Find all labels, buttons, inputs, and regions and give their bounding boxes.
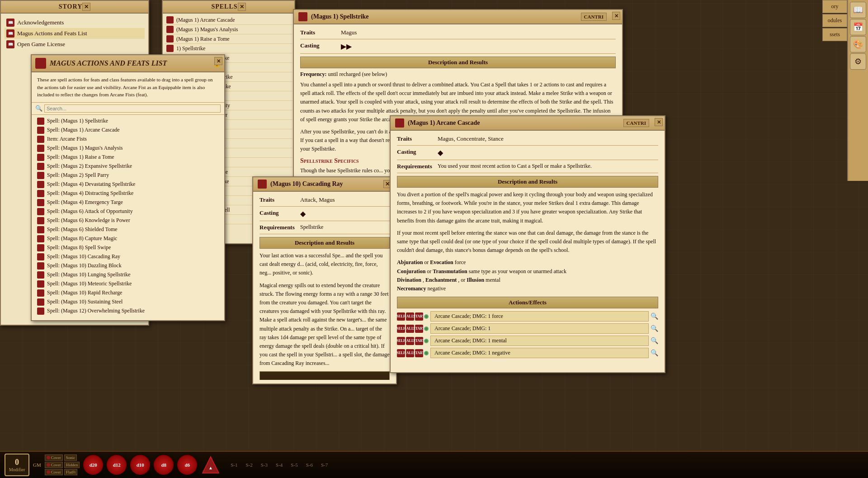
story-item-ogl[interactable]: 📖 Open Game License	[5, 39, 145, 50]
magus-search-input[interactable]	[44, 104, 221, 113]
action-search-4[interactable]: 🔍	[651, 349, 658, 357]
magus-item-dazzling[interactable]: Spell: (Magus 10) Dazzling Block	[35, 261, 221, 270]
magus-item-devastating[interactable]: Spell: (Magus 4) Devastating Spellstrike	[35, 180, 221, 189]
magus-panel: Magus Actions and Feats List 🔒 ✕ These a…	[31, 54, 225, 321]
magus-item-label-22: Spell: (Magus 12) Overwhelming Spellstri…	[47, 308, 145, 314]
magus-item-aoo[interactable]: Spell: (Magus 6) Attack of Opportunity	[35, 207, 221, 216]
magus-item-arcane-fists[interactable]: Item: Arcane Fists	[35, 135, 221, 144]
frequency-value: until recharged (see below)	[328, 71, 387, 77]
magus-item-cascading-ray[interactable]: Spell: (Magus 10) Cascading Ray	[35, 252, 221, 261]
magus-item-spell-swipe[interactable]: Spell: (Magus 8) Spell Swipe	[35, 243, 221, 252]
modifier-label: Modifier	[9, 467, 25, 472]
magus-item-emergency[interactable]: Spell: (Magus 4) Emergency Targe	[35, 198, 221, 207]
d20-button[interactable]: d20	[83, 455, 103, 475]
settings-icon-btn[interactable]: ⚙	[850, 53, 866, 70]
magnifier-icon: 🔍	[35, 105, 42, 112]
magus-item-distracting[interactable]: Spell: (Magus 4) Distracting Spellstrike	[35, 189, 221, 198]
cover-btn-2[interactable]: Cover	[45, 462, 63, 468]
cr-section-header: Description and Results	[259, 237, 390, 249]
self-icon-3: SELF	[397, 337, 405, 345]
story-close-button[interactable]: ✕	[82, 3, 90, 11]
magus-item-spell-parry[interactable]: Spell: (Magus 2) Spell Parry	[35, 171, 221, 180]
action-row-3: SELF ALL START Arcane Cascade; DMG: 1 me…	[397, 336, 658, 346]
nav-tab-assets[interactable]: ssets	[822, 28, 847, 41]
magus-item-label-10: Spell: (Magus 4) Emergency Targe	[47, 199, 123, 206]
d12-button[interactable]: d12	[107, 455, 127, 475]
cascading-ray-requirements-row: Requirements Spellstrike	[259, 224, 390, 234]
svg-marker-0	[203, 457, 219, 473]
spell-item-arcane-cascade[interactable]: (Magus 1) Arcane Cascade	[165, 15, 292, 25]
magus-item-label-12: Spell: (Magus 6) Knowledge is Power	[47, 217, 130, 224]
magus-item-arcane-cascade[interactable]: Spell: (Magus 1) Arcane Cascade	[35, 126, 221, 135]
magus-item-rapid[interactable]: Spell: (Magus 10) Rapid Recharge	[35, 289, 221, 298]
magus-item-spellstrike[interactable]: Spell: (Magus 1) Spellstrike	[35, 117, 221, 126]
cover-btn-1[interactable]: Cover	[45, 454, 63, 461]
cover-dot-3	[47, 470, 50, 474]
cover-btn-3[interactable]: Cover	[45, 469, 63, 475]
story-item-magus[interactable]: 📖 Magus Actions and Feats List	[5, 28, 145, 39]
magus-item-label-4: Spell: (Magus 1) Magus's Analysis	[47, 145, 123, 151]
magus-item-knowledge[interactable]: Spell: (Magus 6) Knowledge is Power	[35, 216, 221, 225]
story-item-acknowledgements[interactable]: 📖 Acknowledgements	[5, 17, 145, 28]
cascading-ray-title: (Magus 10) Cascading Ray	[270, 180, 383, 188]
magus-item-overwhelming[interactable]: Spell: (Magus 12) Overwhelming Spellstri…	[35, 307, 221, 316]
action-search-2[interactable]: 🔍	[651, 325, 658, 332]
nav-tab-modules[interactable]: odules	[822, 14, 847, 27]
nav-tab-story[interactable]: ory	[822, 0, 847, 13]
magus-item-shielded-tome[interactable]: Spell: (Magus 6) Shielded Tome	[35, 225, 221, 234]
magus-item-magus-analysis[interactable]: Spell: (Magus 1) Magus's Analysis	[35, 144, 221, 153]
magus-header-icon	[35, 58, 46, 69]
flatft-btn[interactable]: FlatFt	[64, 469, 78, 475]
cover-dot-1	[47, 456, 50, 459]
action-search-3[interactable]: 🔍	[651, 337, 658, 345]
magus-item-raise-tome[interactable]: Spell: (Magus 1) Raise a Tome	[35, 153, 221, 162]
self-icon-4: SELF	[397, 349, 405, 357]
cover-controls: Cover Sonic Cover Hidden Cover FlatFt	[45, 454, 80, 475]
magus-close-button[interactable]: ✕	[214, 57, 222, 65]
cr-traits-label: Traits	[259, 196, 300, 204]
spell-item-spellstrike[interactable]: 1) Spellstrike	[165, 44, 292, 53]
calendar-icon-btn[interactable]: 📅	[850, 19, 866, 35]
gm-button[interactable]: GM	[33, 462, 41, 468]
journal-icon-btn[interactable]: 📖	[850, 2, 866, 18]
spell-icon-1	[166, 16, 174, 24]
cr-description-partial: Your last action was a successful Spe...…	[259, 251, 390, 278]
magus-item-label-9: Spell: (Magus 4) Distracting Spellstrike	[47, 190, 133, 197]
svg-text:▲: ▲	[208, 465, 213, 470]
spell-icon-4	[166, 45, 174, 52]
spellstrike-title: (Magus 1) Spellstrike	[311, 13, 581, 20]
ac-casting-label: Casting	[397, 148, 438, 156]
spell-item-raise-tome[interactable]: (Magus 1) Raise a Tome	[165, 34, 292, 44]
d10-button[interactable]: d10	[130, 455, 150, 475]
d6-button[interactable]: d6	[177, 455, 197, 475]
action-bar-3[interactable]: Arcane Cascade; DMG: 1 mental	[430, 336, 649, 346]
book-icon-1: 📖	[6, 19, 14, 27]
spell-icon-2	[166, 26, 174, 33]
magus-item-meteoric[interactable]: Spell: (Magus 10) Meteoric Spellstrike	[35, 279, 221, 289]
magus-item-sustaining[interactable]: Spell: (Magus 10) Sustaining Steel	[35, 298, 221, 307]
spell-icon-3	[166, 35, 174, 43]
cover-dot-2	[47, 463, 50, 467]
action-search-1[interactable]: 🔍	[651, 312, 658, 320]
spell-label-2: (Magus 1) Magus's Analysis	[176, 26, 238, 33]
cascading-ray-image: [Scene Image]	[259, 371, 390, 380]
spells-close-button[interactable]: ✕	[238, 3, 246, 11]
sonic-btn[interactable]: Sonic	[64, 454, 77, 461]
palette-icon-btn[interactable]: 🎨	[850, 36, 866, 52]
action-bar-1[interactable]: Arcane Cascade; DMG: 1 force	[430, 311, 649, 322]
attack-pyramid-button[interactable]: ▲	[201, 455, 221, 475]
magus-item-expansive[interactable]: Spell: (Magus 2) Expansive Spellstrike	[35, 162, 221, 171]
arcane-cascade-close-button[interactable]: ✕	[655, 118, 663, 126]
magus-item-label-17: Spell: (Magus 10) Dazzling Block	[47, 262, 122, 269]
action-bar-4[interactable]: Arcane Cascade; DMG: 1 negative	[430, 348, 649, 358]
magus-item-icon-22	[37, 308, 44, 315]
magus-item-icon-2	[37, 127, 44, 134]
action-bar-2[interactable]: Arcane Cascade; DMG: 1	[430, 323, 649, 334]
hidden-btn[interactable]: Hidden	[64, 462, 80, 468]
d8-button[interactable]: d8	[154, 455, 174, 475]
spellstrike-close-button[interactable]: ✕	[612, 12, 620, 20]
spell-item-magus-analysis[interactable]: (Magus 1) Magus's Analysis	[165, 25, 292, 34]
magus-item-lunging[interactable]: Spell: (Magus 10) Lunging Spellstrike	[35, 270, 221, 279]
magus-item-capture[interactable]: Spell: (Magus 8) Capture Magic	[35, 234, 221, 243]
coord-s2: S-2	[246, 462, 253, 468]
